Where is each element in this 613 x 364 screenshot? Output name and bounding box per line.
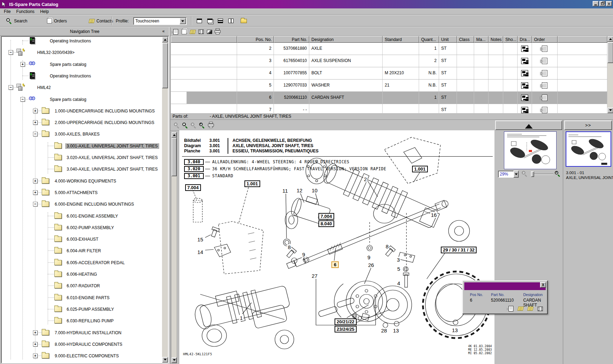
diagram-callout-2[interactable]: 2 xyxy=(363,176,368,182)
tree-collapse-icon[interactable]: − xyxy=(33,132,38,136)
tree-item-6-001-engine-assembly[interactable]: 6.001-ENGINE ASSEMBLY xyxy=(2,212,161,220)
tree-item-9-000-electric-components[interactable]: +9.000-ELECTRIC COMPONENTS xyxy=(2,352,161,360)
notes-button[interactable] xyxy=(189,28,196,35)
tree-item-6-000-engine-including-mountings[interactable]: −6.000-ENGINE INCLUDING MOUNTINGS xyxy=(2,200,161,208)
diagram-callout-1[interactable]: 1 xyxy=(239,315,243,321)
diagram-scroll-thumb[interactable] xyxy=(171,138,177,176)
column-header-dra[interactable]: Dra... xyxy=(518,36,532,43)
diagram-scroll-up[interactable] xyxy=(171,132,177,138)
tree-expand-icon[interactable]: + xyxy=(33,190,38,195)
sidebar-expand-button[interactable]: >> xyxy=(564,121,612,130)
diagram-callout-27[interactable]: 27 xyxy=(311,273,318,279)
preview-collapse-button[interactable] xyxy=(495,121,562,130)
column-header-designation[interactable]: Designation xyxy=(309,36,383,43)
diagram-callout-4[interactable]: 4 xyxy=(397,280,401,286)
nav-collapse-button[interactable]: « xyxy=(160,28,167,34)
table-row-pos-4[interactable]: 41007707855BOLTM 20X210N.B.ST xyxy=(171,67,607,80)
column-header-pos-no[interactable]: Pos. No. xyxy=(237,36,274,43)
diagram-print-button[interactable] xyxy=(207,121,215,129)
column-header-class[interactable]: Class xyxy=(457,36,474,43)
order-link-icon[interactable] xyxy=(542,58,547,64)
tree-item-6-007-radiator[interactable]: 6.007-RADIATOR xyxy=(2,282,161,290)
popup-titlebar[interactable] xyxy=(464,282,546,290)
column-header-part-no[interactable]: Part No. xyxy=(274,36,309,43)
popup-film-button[interactable] xyxy=(537,305,544,312)
tree-expand-icon[interactable]: + xyxy=(33,353,38,358)
diagram-callout-3[interactable]: 3 xyxy=(396,257,400,263)
table-row-pos-6[interactable]: 65200661110CARDAN SHAFT1ST xyxy=(171,92,607,104)
tree-item-operating-instructions[interactable]: Operating Instructions xyxy=(2,72,161,80)
tree-expand-icon[interactable]: + xyxy=(33,109,38,113)
tree-item-6-004-air-filter[interactable]: 6.004-AIR FILTER xyxy=(2,247,161,255)
tree-expand-icon[interactable]: + xyxy=(33,179,38,183)
menu-functions[interactable]: Functions xyxy=(14,9,37,14)
tree-item-1-000-undercarriage-including-mountings[interactable]: +1.000-UNDERCARRIAGE INCLUDING MOUNTINGS xyxy=(2,107,161,115)
copy-button[interactable] xyxy=(180,28,188,35)
table-row-pos-3[interactable]: 36176504010AXLE SUSPENSION2ST xyxy=(171,55,607,67)
diagram-callout-26[interactable]: 26 xyxy=(368,262,375,268)
table-row-pos-5[interactable]: 51290707033WASHER21N.B.ST xyxy=(171,80,607,92)
zoom-in-button[interactable]: + xyxy=(198,121,206,129)
legend-code[interactable]: 3.040 xyxy=(184,159,204,165)
tree-item-hml42[interactable]: −ϟHML42 xyxy=(2,83,161,92)
zoom-window-button[interactable] xyxy=(181,121,189,129)
tree-expand-icon[interactable]: + xyxy=(20,62,25,67)
tree-scrollbar[interactable] xyxy=(162,37,168,363)
tree-item-5-000-attachments[interactable]: +5.000-ATTACHMENTS xyxy=(2,188,161,197)
menu-help[interactable]: Help xyxy=(38,9,51,14)
column-header-quant[interactable]: Quant... xyxy=(419,36,439,43)
open-folder-button[interactable] xyxy=(239,16,248,25)
tree-collapse-icon[interactable]: − xyxy=(8,85,13,90)
zoom-reset-button[interactable] xyxy=(173,121,181,129)
tree-collapse-icon[interactable]: − xyxy=(20,97,25,102)
diagram-callout-9[interactable]: 9 xyxy=(367,254,371,260)
close-button[interactable]: X xyxy=(606,1,612,6)
diagram-callout-13[interactable]: 13 xyxy=(392,328,400,334)
highlighted-callout-6[interactable]: 6 xyxy=(331,261,339,268)
tree-expand-icon[interactable]: + xyxy=(33,330,38,335)
table-scroll-down[interactable] xyxy=(607,108,613,113)
film-button[interactable] xyxy=(197,28,205,35)
diagram-callout-11[interactable]: 11 xyxy=(282,188,289,194)
layout-vertical-button[interactable] xyxy=(227,16,235,25)
tree-item-6-002-pump-assembly[interactable]: 6.002-PUMP ASSEMBLY xyxy=(2,224,161,232)
column-header-blank[interactable] xyxy=(171,36,237,43)
zoom-dropdown-arrow[interactable] xyxy=(513,171,519,178)
tree-scroll-up[interactable] xyxy=(162,37,168,42)
popup-order-button[interactable] xyxy=(507,305,514,312)
page-thumbnail-current[interactable] xyxy=(504,131,557,169)
column-header-order[interactable]: Order xyxy=(532,36,558,43)
tree-item-spare-parts-catalog[interactable]: −⚙⚙Spare parts catalog xyxy=(2,95,161,104)
diagram-callout-8-040[interactable]: 8.040 xyxy=(318,220,334,227)
tree-item-6-005-accelerator-pedal[interactable]: 6.005-ACCELERATOR PEDAL xyxy=(2,259,161,267)
diagram-callout-1-001[interactable]: 1.001 xyxy=(412,166,428,172)
tree-collapse-icon[interactable]: − xyxy=(8,50,13,55)
order-link-icon[interactable] xyxy=(542,95,547,101)
diagram-callout-29-30-31-32[interactable]: 29 / 30 / 31 / 32 xyxy=(441,247,477,253)
drawing-link-icon[interactable] xyxy=(521,107,528,113)
drawing-link-icon[interactable] xyxy=(521,70,528,76)
tree-expand-icon[interactable]: + xyxy=(33,342,38,346)
table-scroll-up[interactable] xyxy=(607,36,613,42)
tree-item-2-000-uppercarriage-including-mountings[interactable]: +2.000-UPPERCARRIAGE INCLUDING MOUNTINGS xyxy=(2,118,161,127)
tree-item-spare-parts-catalog[interactable]: +⚙⚙Spare parts catalog xyxy=(2,60,161,69)
tree-item-3-000-axles-brakes[interactable]: −3.000-AXLES, BRAKES xyxy=(2,130,161,138)
order-link-icon[interactable] xyxy=(542,70,547,76)
search-button[interactable]: Search xyxy=(4,16,30,26)
tree-item-6-010-engine-parts[interactable]: 6.010-ENGINE PARTS xyxy=(2,294,161,302)
legend-code[interactable]: 3.001 xyxy=(184,173,204,179)
drawing-link-icon[interactable] xyxy=(521,46,528,52)
column-header-ma[interactable]: Ma... xyxy=(474,36,489,43)
tree-item-4-000-working-equipments[interactable]: +4.000-WORKING EQUIPMENTS xyxy=(2,177,161,185)
menu-file[interactable]: File xyxy=(1,9,13,14)
layout-horizontal-button[interactable] xyxy=(216,16,225,25)
orders-button[interactable]: Orders xyxy=(44,16,70,26)
drawing-link-icon[interactable] xyxy=(521,95,528,101)
tree-collapse-icon[interactable]: − xyxy=(33,202,38,206)
tree-item-6-025-pump-assembly[interactable]: 6.025-PUMP ASSEMBLY xyxy=(2,305,161,314)
order-link-icon[interactable] xyxy=(542,82,547,89)
tree-item-7-000-hydraulic-installation[interactable]: +7.000-HYDRAULIC INSTALLATION xyxy=(2,329,161,337)
diagram-callout-12[interactable]: 12 xyxy=(296,187,303,193)
diagram-callout-28[interactable]: 28 xyxy=(380,328,388,334)
popup-close-button[interactable]: X xyxy=(540,282,546,288)
